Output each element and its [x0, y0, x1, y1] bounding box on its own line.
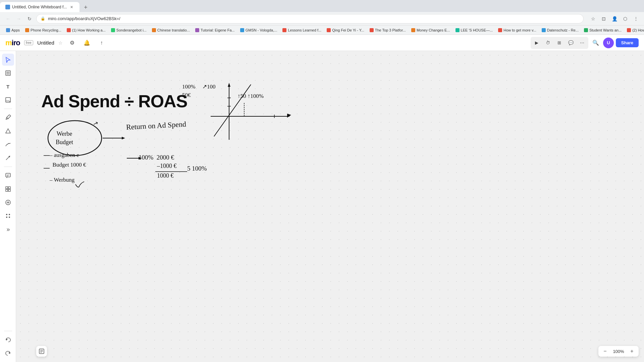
tool-connector[interactable] — [2, 152, 14, 164]
bottom-left-nav — [36, 346, 47, 357]
canvas-subtitle: Return on Ad Spend — [126, 120, 186, 131]
profile-icon[interactable]: 👤 — [610, 15, 619, 23]
tab-bar: Untitled, Online Whiteboard f... ✕ + — [0, 0, 644, 12]
bookmark-7[interactable]: Lessons Learned f... — [280, 27, 323, 33]
canvas-calc-frac: 1000 € — [157, 172, 174, 179]
tool-shapes[interactable] — [2, 125, 14, 137]
nav-bar: ← → ↻ 🔒 miro.com/app/board/uXjVOw62BSk=/… — [0, 12, 644, 25]
address-bar[interactable]: 🔒 miro.com/app/board/uXjVOw62BSk=/ — [36, 14, 584, 23]
bookmark-2[interactable]: (1) How Working a... — [65, 27, 108, 33]
zoom-out-button[interactable]: − — [601, 347, 609, 355]
plan-badge: free — [24, 40, 33, 45]
pages-button[interactable] — [36, 346, 47, 357]
tool-pen[interactable] — [2, 112, 14, 124]
bookmark-13[interactable]: Datenschutz - Re... — [540, 27, 581, 33]
menu-icon[interactable]: ⋮ — [632, 15, 640, 23]
bookmark-11[interactable]: LEE 'S HOUSE—... — [453, 27, 495, 33]
toolbar-separator-2 — [4, 167, 12, 167]
toolbar-separator-3 — [4, 331, 12, 331]
forward-button[interactable]: → — [15, 15, 23, 23]
miro-logo: miro — [5, 39, 20, 47]
tool-draw[interactable] — [2, 138, 14, 150]
svg-point-23 — [9, 214, 10, 215]
bookmark-apps[interactable]: Apps — [4, 27, 22, 33]
view-mode-zoom[interactable]: ⋯ — [577, 38, 588, 48]
svg-point-25 — [9, 217, 10, 218]
canvas-calc-100: 100% 2000 € — [139, 154, 174, 161]
bookmark-12[interactable]: How to get more v... — [496, 27, 538, 33]
tool-grid[interactable] — [2, 183, 14, 195]
bookmark-8[interactable]: Qing Fei De Yi - Y... — [325, 27, 366, 33]
tool-upload[interactable] — [2, 196, 14, 208]
zoom-level-text[interactable]: 100% — [612, 349, 625, 354]
toolbar-separator-1 — [4, 109, 12, 109]
tab-close-button[interactable]: ✕ — [69, 4, 74, 10]
svg-marker-26 — [6, 339, 8, 341]
search-icon[interactable]: 🔍 — [590, 38, 601, 48]
bookmark-10[interactable]: Money Changes E... — [409, 27, 452, 33]
board-title[interactable]: Untitled — [37, 40, 54, 46]
tool-frames[interactable] — [2, 67, 14, 79]
svg-rect-1 — [7, 72, 8, 73]
bookmark-9[interactable]: The Top 3 Platfor... — [368, 27, 408, 33]
svg-marker-27 — [8, 352, 10, 354]
canvas-werbe: Werbe — [56, 130, 73, 138]
tool-apps[interactable] — [2, 210, 14, 222]
tool-select[interactable] — [2, 54, 14, 66]
view-mode-group: ▶ ⏱ ⊞ 💬 ⋯ — [531, 37, 588, 49]
tool-more[interactable]: » — [2, 223, 14, 235]
canvas-graph-100: 100% — [182, 83, 196, 90]
settings-icon[interactable]: ⚙ — [67, 38, 77, 48]
active-tab[interactable]: Untitled, Online Whiteboard f... ✕ — [0, 2, 79, 12]
export-icon[interactable]: ↑ — [96, 38, 107, 48]
zoom-controls: − 100% + — [598, 346, 639, 357]
extensions-icon[interactable]: ⬡ — [621, 15, 629, 23]
svg-marker-9 — [6, 129, 10, 133]
svg-rect-15 — [6, 187, 8, 189]
svg-rect-4 — [8, 73, 9, 74]
header-right-controls: ▶ ⏱ ⊞ 💬 ⋯ 🔍 U Share — [531, 37, 639, 49]
tool-sticky-note[interactable] — [2, 94, 14, 106]
back-button[interactable]: ← — [4, 15, 12, 23]
view-mode-board[interactable]: ⊞ — [554, 38, 565, 48]
favorite-star-icon[interactable]: ☆ — [58, 40, 63, 46]
notifications-icon[interactable]: 🔔 — [82, 38, 92, 48]
main-area: T — [0, 51, 644, 362]
share-button[interactable]: Share — [616, 38, 639, 47]
canvas-title: Ad Spend ÷ ROAS — [41, 91, 187, 111]
tool-text[interactable]: T — [2, 80, 14, 93]
undo-button[interactable] — [2, 334, 14, 346]
view-mode-timer[interactable]: ⏱ — [543, 38, 553, 48]
canvas-graph-150: ↑50 ↑100% — [237, 93, 264, 100]
svg-rect-18 — [8, 189, 10, 191]
svg-line-35 — [214, 84, 251, 136]
bookmarks-bar: Apps Phone Recycling... (1) How Working … — [0, 25, 644, 35]
bookmark-1[interactable]: Phone Recycling... — [23, 27, 63, 33]
url-text: miro.com/app/board/uXjVOw62BSk=/ — [48, 16, 120, 21]
svg-rect-2 — [8, 72, 9, 73]
cast-icon[interactable]: ⊡ — [600, 15, 608, 23]
bookmark-6[interactable]: GMSN - Vologda,... — [238, 27, 279, 33]
svg-marker-30 — [122, 137, 125, 139]
tool-comment[interactable] — [2, 170, 14, 182]
user-avatar[interactable]: U — [603, 38, 614, 48]
redo-button[interactable] — [2, 347, 14, 359]
new-tab-button[interactable]: + — [81, 3, 90, 12]
refresh-button[interactable]: ↻ — [25, 15, 34, 23]
zoom-in-button[interactable]: + — [628, 347, 636, 355]
tab-favicon — [5, 5, 10, 9]
view-mode-present[interactable]: ▶ — [531, 38, 542, 48]
svg-marker-43 — [139, 157, 142, 160]
bookmark-5[interactable]: Tutorial: Eigene Fa... — [193, 27, 237, 33]
left-toolbar: T — [0, 51, 16, 362]
bookmark-14[interactable]: Student Wants an... — [582, 27, 624, 33]
view-mode-cursor[interactable]: 💬 — [566, 38, 576, 48]
canvas-calc-minus: –1000 € — [157, 163, 177, 170]
bookmark-star-icon[interactable]: ☆ — [589, 15, 597, 23]
bookmark-4[interactable]: Chinese translatio... — [150, 27, 192, 33]
bookmark-3[interactable]: Sonderangebot i... — [109, 27, 149, 33]
bookmark-15[interactable]: (2) How To Add A... — [625, 27, 644, 33]
svg-rect-17 — [6, 189, 8, 191]
canvas-graph-50c: 50€ — [182, 92, 191, 99]
canvas-area[interactable]: Ad Spend ÷ ROAS Return on Ad Spend Werbe… — [16, 51, 644, 362]
